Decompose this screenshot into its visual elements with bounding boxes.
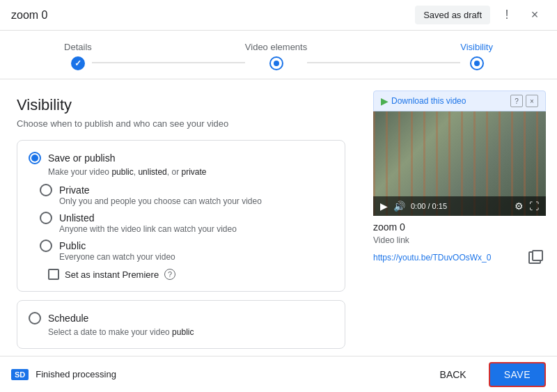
step-visibility-label: Visibility	[460, 42, 493, 52]
copy-icon	[528, 251, 541, 264]
step-visibility-circle	[470, 56, 484, 70]
fullscreen-button[interactable]: ⛶	[529, 201, 539, 212]
unlisted-radio-row[interactable]: Unlisted	[40, 212, 334, 224]
step-video-elements-circle	[269, 56, 283, 70]
save-publish-card: Save or publish Make your video public, …	[17, 140, 345, 292]
play-triangle-icon: ▶	[381, 95, 389, 107]
unlisted-radio[interactable]	[40, 212, 52, 224]
schedule-subtitle: Select a date to make your video public	[48, 327, 334, 337]
video-link-row: https://youtu.be/TDuvOOsWx_0	[373, 246, 546, 269]
main-content: Visibility Choose when to publish and wh…	[0, 79, 557, 356]
save-publish-title: Save or publish	[48, 152, 116, 164]
hd-badge: SD	[11, 369, 29, 380]
public-label: Public	[59, 240, 86, 251]
save-publish-subtitle: Make your video public, unlisted, or pri…	[48, 167, 334, 177]
volume-button[interactable]: 🔊	[393, 201, 405, 212]
save-button[interactable]: SAVE	[489, 362, 546, 387]
footer: SD Finished processing BACK SAVE	[0, 356, 557, 392]
footer-right: BACK SAVE	[429, 362, 546, 387]
unlisted-label: Unlisted	[59, 212, 95, 224]
video-preview: ▶ Download this video ? × ▶ 🔊 0:00 / 0:1…	[373, 91, 546, 269]
save-publish-radio-inner	[31, 155, 38, 162]
header: zoom 0 Saved as draft ! ×	[0, 0, 557, 31]
close-icon: ×	[531, 8, 539, 22]
video-info: zoom 0 Video link https://youtu.be/TDuvO…	[373, 221, 546, 269]
premiere-row: Set as instant Premiere ?	[48, 269, 334, 280]
premiere-checkbox[interactable]	[48, 269, 59, 280]
left-panel: Visibility Choose when to publish and wh…	[0, 79, 362, 356]
alert-button[interactable]: !	[496, 4, 518, 26]
save-publish-radio[interactable]	[29, 152, 41, 164]
public-radio[interactable]	[40, 240, 52, 252]
video-title: zoom 0	[373, 221, 546, 233]
stepper: Details Video elements Visibility	[0, 31, 557, 79]
saved-draft-button[interactable]: Saved as draft	[415, 6, 490, 24]
step-details-label: Details	[64, 42, 92, 52]
back-button[interactable]: BACK	[429, 363, 478, 386]
video-thumbnail: ▶ 🔊 0:00 / 0:15 ⚙ ⛶	[373, 111, 546, 216]
header-actions: Saved as draft ! ×	[415, 4, 546, 26]
footer-status: Finished processing	[36, 369, 116, 379]
step-video-elements-label: Video elements	[245, 42, 307, 52]
premiere-label: Set as instant Premiere	[65, 269, 159, 280]
step-details-circle	[71, 56, 85, 70]
private-radio[interactable]	[40, 184, 52, 196]
play-button[interactable]: ▶	[380, 201, 388, 212]
private-radio-row[interactable]: Private	[40, 184, 334, 196]
download-close-icon[interactable]: ×	[526, 95, 538, 107]
visibility-heading: Visibility	[17, 96, 345, 114]
time-display: 0:00 / 0:15	[411, 202, 447, 210]
save-publish-radio-row[interactable]: Save or publish	[29, 152, 334, 164]
alert-icon: !	[505, 8, 508, 22]
download-icons: ? ×	[510, 95, 538, 107]
schedule-radio-row[interactable]: Schedule	[29, 312, 334, 324]
step-video-elements[interactable]: Video elements	[245, 42, 307, 70]
option-unlisted: Unlisted Anyone with the video link can …	[40, 212, 334, 234]
public-radio-row[interactable]: Public	[40, 240, 334, 252]
download-bar: ▶ Download this video ? ×	[373, 91, 546, 111]
schedule-title: Schedule	[48, 313, 88, 324]
footer-left: SD Finished processing	[11, 369, 116, 380]
settings-button[interactable]: ⚙	[515, 201, 524, 212]
step-line-2	[307, 62, 460, 63]
step-visibility[interactable]: Visibility	[460, 42, 493, 70]
close-button[interactable]: ×	[524, 4, 546, 26]
video-controls: ▶ 🔊 0:00 / 0:15 ⚙ ⛶	[373, 196, 546, 216]
question-icon[interactable]: ?	[510, 95, 523, 107]
video-link[interactable]: https://youtu.be/TDuvOOsWx_0	[373, 253, 491, 262]
copy-link-button[interactable]	[524, 246, 546, 269]
download-label: Download this video	[391, 96, 466, 106]
option-public: Public Everyone can watch your video	[40, 240, 334, 262]
step-details[interactable]: Details	[64, 42, 92, 70]
step-line-1	[92, 62, 245, 63]
right-panel: ▶ Download this video ? × ▶ 🔊 0:00 / 0:1…	[362, 79, 557, 356]
visibility-subtext: Choose when to publish and who can see y…	[17, 118, 345, 129]
option-private: Private Only you and people you choose c…	[40, 184, 334, 206]
video-link-label: Video link	[373, 235, 546, 245]
private-label: Private	[59, 185, 90, 196]
window-title: zoom 0	[11, 9, 47, 22]
private-description: Only you and people you choose can watch…	[59, 196, 334, 206]
schedule-card: Schedule Select a date to make your vide…	[17, 300, 345, 349]
unlisted-description: Anyone with the video link can watch you…	[59, 224, 334, 234]
download-button[interactable]: ▶ Download this video	[381, 95, 466, 107]
public-description: Everyone can watch your video	[59, 252, 334, 262]
schedule-radio[interactable]	[29, 312, 41, 324]
premiere-help-icon[interactable]: ?	[164, 269, 175, 280]
